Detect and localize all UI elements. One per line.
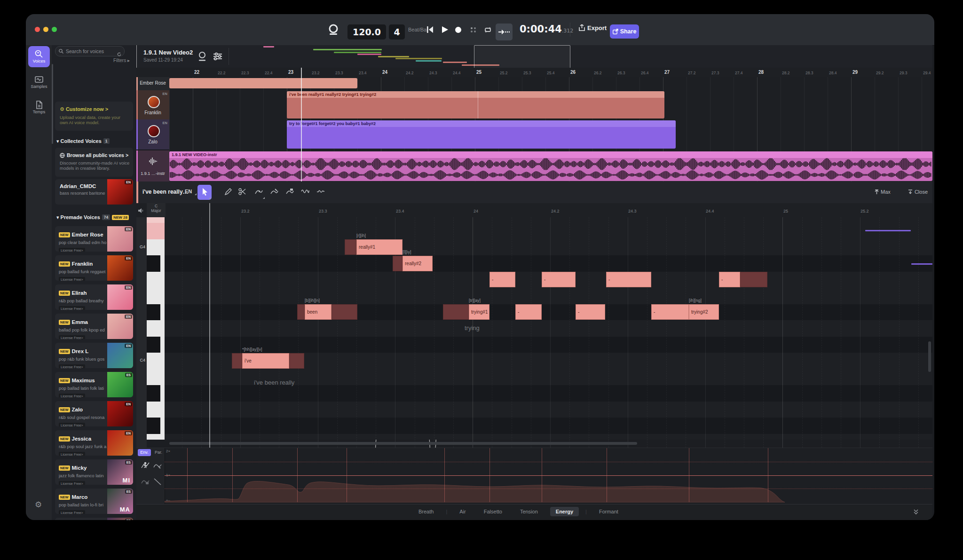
close-editor-button[interactable]: Close bbox=[908, 189, 928, 195]
piano-key[interactable] bbox=[147, 434, 165, 440]
track-header-1-9-1-instr[interactable]: 1.9.1 …-instr bbox=[136, 150, 169, 182]
preview-speaker-icon[interactable] bbox=[138, 207, 144, 215]
note[interactable]: - bbox=[651, 304, 689, 320]
piano-key[interactable] bbox=[147, 402, 165, 418]
note-lead-segment[interactable] bbox=[443, 304, 469, 320]
maximize-editor-button[interactable]: Max bbox=[875, 189, 892, 195]
note[interactable]: trying#2 bbox=[689, 304, 719, 320]
follow-playhead-toggle[interactable] bbox=[496, 24, 513, 40]
tempo-value[interactable]: 120.0 bbox=[347, 24, 386, 39]
track-header-franklin[interactable]: FranklinEN bbox=[136, 90, 169, 120]
loop-icon[interactable] bbox=[484, 26, 492, 35]
note[interactable]: trying#1 bbox=[469, 304, 489, 320]
license-chip[interactable]: License Free> bbox=[59, 248, 85, 252]
pencil-tool-button[interactable] bbox=[221, 185, 235, 200]
voice-card[interactable]: NEWDrex Lpop r&b funk blues gosLicense F… bbox=[55, 343, 133, 368]
play-icon[interactable] bbox=[442, 26, 449, 35]
curve-pen-tool-icon[interactable] bbox=[152, 461, 163, 472]
piano-key[interactable] bbox=[147, 353, 165, 370]
license-chip[interactable]: License Free> bbox=[59, 452, 85, 456]
curve-draw-tool-button[interactable] bbox=[252, 185, 266, 200]
arrangement-playhead[interactable] bbox=[301, 68, 302, 181]
wave-tool-button[interactable] bbox=[298, 185, 312, 200]
voice-card[interactable]: NEWJulianlatin pop reggaeton afrLicense … bbox=[55, 518, 133, 520]
parameter-tab-formant[interactable]: Formant bbox=[593, 507, 624, 516]
key-signature[interactable]: C Major bbox=[147, 203, 166, 217]
piano-roll-playhead[interactable] bbox=[209, 203, 210, 448]
vertical-scrollbar[interactable] bbox=[928, 341, 931, 372]
piano-key[interactable] bbox=[147, 418, 165, 434]
curve-erase-tool-icon[interactable] bbox=[140, 477, 150, 488]
voice-card[interactable]: NEWZalor&b soul gospel resonaLicense Fre… bbox=[55, 401, 133, 426]
track-header-ember-rose[interactable]: Ember Rose bbox=[136, 77, 169, 91]
note[interactable]: really#1 bbox=[356, 239, 403, 255]
note-lead-segment[interactable] bbox=[297, 304, 305, 320]
voice-card-featured[interactable]: Adrian_CMDCbass resonant baritoneEN bbox=[55, 179, 133, 205]
note[interactable]: - bbox=[542, 272, 576, 287]
piano-key[interactable] bbox=[147, 369, 165, 386]
voice-card[interactable]: NEWJessicar&b pop soul jazz funk aLicens… bbox=[55, 430, 133, 456]
beats-per-bar-value[interactable]: 4 bbox=[389, 24, 405, 39]
license-chip[interactable]: License Free> bbox=[59, 306, 85, 310]
grid-dots-icon[interactable] bbox=[470, 26, 477, 35]
note-tail-segment[interactable] bbox=[740, 272, 767, 287]
curve-erase-tool-button[interactable] bbox=[283, 185, 297, 200]
note-tail-segment[interactable] bbox=[332, 304, 357, 320]
voice-card[interactable]: NEWEmmaballad pop folk kpop edLicense Fr… bbox=[55, 314, 133, 339]
metronome-icon[interactable] bbox=[327, 24, 339, 38]
tab-parameters[interactable]: Par. bbox=[152, 449, 165, 456]
piano-key[interactable] bbox=[147, 304, 165, 321]
note[interactable]: - bbox=[719, 272, 740, 287]
voice-card[interactable]: NEWMaximuspop ballad latin folk latiLice… bbox=[55, 372, 133, 397]
license-chip[interactable]: License Free> bbox=[59, 481, 85, 485]
note-tail-segment[interactable] bbox=[289, 353, 304, 369]
note[interactable]: - bbox=[489, 272, 515, 287]
pitch-anchor-tool-icon[interactable] bbox=[140, 461, 150, 472]
sidebar-tab-voices[interactable]: Voices bbox=[28, 46, 50, 67]
sidebar-scrollbar[interactable] bbox=[52, 64, 53, 144]
browse-public-voices-card[interactable]: Browse all public voices >Discover commu… bbox=[55, 148, 133, 177]
piano-keys[interactable] bbox=[147, 217, 165, 448]
sidebar-tab-temps[interactable]: Temps bbox=[28, 97, 50, 118]
sidebar-tab-samples[interactable]: Samples bbox=[28, 71, 50, 93]
premade-voices-header[interactable]: ▾ Premade Voices74NEW 28 bbox=[56, 214, 131, 221]
parameter-tab-falsetto[interactable]: Falsetto bbox=[478, 507, 508, 516]
browse-title[interactable]: Browse all public voices > bbox=[60, 152, 133, 158]
settings-gear-icon[interactable]: ⚙ bbox=[35, 500, 42, 510]
pointer-tool-button[interactable] bbox=[197, 185, 212, 200]
note-grid[interactable]: i've*[hh][ay][v]been[b][ih][n]really#1[r… bbox=[165, 217, 932, 448]
editor-language-dropdown[interactable]: EN bbox=[185, 189, 194, 194]
line-tool-icon[interactable] bbox=[152, 477, 163, 488]
clip[interactable]: i've been really#1 really#2 trying#1 try… bbox=[287, 91, 664, 118]
piano-key[interactable] bbox=[147, 239, 165, 256]
piano-key[interactable] bbox=[147, 223, 165, 239]
customize-card[interactable]: ⚙ Customize now >Upload vocal data, crea… bbox=[55, 102, 133, 131]
tab-envelope[interactable]: Env. bbox=[138, 449, 151, 456]
search-input[interactable]: Search for voices bbox=[55, 46, 125, 56]
voice-card[interactable]: NEWMickyjazz folk flamenco latinLicense … bbox=[55, 459, 133, 485]
voice-card[interactable]: NEWEmber Rosepop clear ballad edm hoLice… bbox=[55, 226, 133, 252]
license-chip[interactable]: License Free> bbox=[59, 510, 85, 514]
collapse-panel-icon[interactable] bbox=[913, 508, 919, 517]
note[interactable]: - bbox=[515, 304, 542, 320]
note[interactable]: - bbox=[576, 304, 605, 320]
note[interactable]: been bbox=[305, 304, 332, 320]
horizontal-scrollbar[interactable] bbox=[169, 442, 637, 445]
clip[interactable] bbox=[169, 78, 357, 88]
license-chip[interactable]: License Free> bbox=[59, 423, 85, 426]
export-button[interactable]: Export bbox=[579, 24, 607, 32]
skip-to-start-icon[interactable] bbox=[426, 26, 434, 35]
note[interactable]: i've bbox=[242, 353, 289, 369]
curve-pen-tool-button[interactable] bbox=[267, 185, 281, 200]
arrangement-ruler[interactable]: 2222.222.322.42323.223.323.42424.224.324… bbox=[136, 68, 932, 77]
close-window-button[interactable] bbox=[35, 27, 40, 32]
parameter-tab-energy[interactable]: Energy bbox=[550, 507, 579, 516]
voice-card[interactable]: NEWMarcopop ballad latin lo-fi briLicens… bbox=[55, 489, 133, 514]
note-lead-segment[interactable] bbox=[393, 256, 403, 271]
piano-key[interactable] bbox=[147, 337, 165, 353]
parameter-tab-air[interactable]: Air bbox=[454, 507, 471, 516]
minimap-viewport[interactable] bbox=[474, 45, 570, 69]
clip[interactable]: 1.9.1 NEW VIDEO-instr bbox=[169, 151, 932, 181]
overview-minimap[interactable] bbox=[136, 45, 932, 68]
parameter-tab-tension[interactable]: Tension bbox=[514, 507, 544, 516]
